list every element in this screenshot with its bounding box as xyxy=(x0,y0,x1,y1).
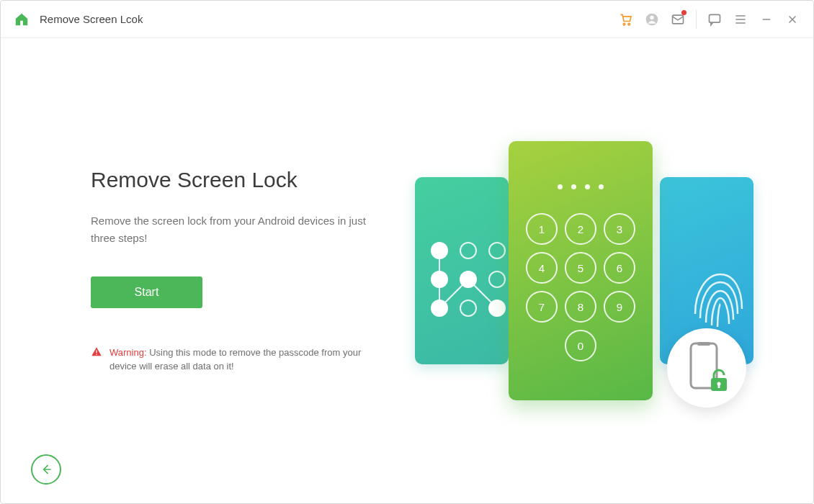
key-8: 8 xyxy=(565,291,596,323)
account-icon[interactable] xyxy=(644,12,660,27)
key-7: 7 xyxy=(526,291,558,323)
key-0: 0 xyxy=(565,330,596,361)
separator xyxy=(696,10,697,29)
warning-icon xyxy=(91,346,102,362)
keypad-card: 1 2 3 4 5 6 7 8 9 0 xyxy=(509,141,653,400)
key-2: 2 xyxy=(565,213,596,245)
home-icon[interactable] xyxy=(14,12,30,27)
arrow-left-icon xyxy=(39,462,53,477)
page-heading: Remove Screen Lock xyxy=(91,168,372,192)
back-button[interactable] xyxy=(31,454,61,485)
unlocked-phone-token xyxy=(667,328,746,408)
key-9: 9 xyxy=(604,291,635,323)
svg-rect-12 xyxy=(718,384,720,388)
minimize-button[interactable] xyxy=(759,12,774,27)
illustration: 1 2 3 4 5 6 7 8 9 0 xyxy=(415,141,753,400)
svg-rect-7 xyxy=(96,354,97,354)
mail-icon[interactable] xyxy=(670,12,686,27)
warning-text: Warning: Using this mode to remove the p… xyxy=(109,346,372,374)
pattern-card xyxy=(415,177,509,364)
svg-point-1 xyxy=(628,23,630,24)
warning-body: Using this mode to remove the passcode f… xyxy=(109,347,361,372)
svg-rect-6 xyxy=(96,350,97,353)
svg-point-3 xyxy=(650,15,653,19)
fingerprint-icon xyxy=(684,256,749,336)
key-5: 5 xyxy=(565,252,596,284)
keypad-grid: 1 2 3 4 5 6 7 8 9 0 xyxy=(509,213,653,361)
svg-rect-9 xyxy=(697,342,710,346)
title-bar-controls xyxy=(618,10,800,29)
feedback-icon[interactable] xyxy=(707,12,723,27)
warning-label: Warning: xyxy=(109,347,147,358)
cart-icon[interactable] xyxy=(618,12,634,27)
svg-rect-5 xyxy=(710,14,720,22)
page-description: Remove the screen lock from your Android… xyxy=(91,212,372,246)
key-4: 4 xyxy=(526,252,558,284)
left-column: Remove Screen Lock Remove the screen loc… xyxy=(91,168,372,374)
content-area: Remove Screen Lock Remove the screen loc… xyxy=(1,38,813,503)
phone-unlock-icon xyxy=(684,341,730,395)
key-6: 6 xyxy=(604,252,635,284)
start-button[interactable]: Start xyxy=(91,276,202,308)
passcode-dots-icon xyxy=(509,184,653,189)
menu-icon[interactable] xyxy=(733,12,748,27)
svg-point-0 xyxy=(623,23,625,24)
close-button[interactable] xyxy=(784,12,800,27)
mail-notification-dot xyxy=(681,10,686,15)
key-1: 1 xyxy=(526,213,558,245)
window-title: Remove Screen Lcok xyxy=(40,13,143,25)
warning-row: Warning: Using this mode to remove the p… xyxy=(91,346,372,374)
key-3: 3 xyxy=(604,213,635,245)
title-bar: Remove Screen Lcok xyxy=(1,1,813,38)
